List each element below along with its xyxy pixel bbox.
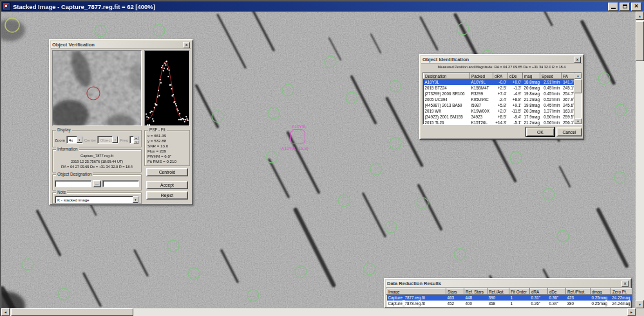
table-cell[interactable]: -2.4' <box>493 97 508 102</box>
table-cell[interactable]: K15T26L <box>470 120 493 125</box>
table-cell[interactable]: K05U94C <box>470 97 493 102</box>
chevron-down-icon[interactable]: ▼ <box>112 136 118 143</box>
scroll-up-icon[interactable]: ▲ <box>636 12 644 20</box>
table-cell[interactable]: 0.45'/min <box>540 91 562 97</box>
object-verification-titlebar[interactable]: Object Verification ✕ <box>51 41 191 49</box>
table-cell[interactable]: 21.2mag <box>523 120 540 125</box>
scrollbar-thumb[interactable] <box>574 79 582 93</box>
table-cell[interactable]: A10Y9L <box>424 79 470 86</box>
center-select[interactable]: Object ▼ <box>97 136 118 144</box>
table-row[interactable]: (34923) 2001 SM15534923+8.5'-9.4'17.9mag… <box>424 114 576 120</box>
table-cell[interactable]: 423 <box>566 295 591 301</box>
table-cell[interactable]: 24.24mag <box>611 301 632 306</box>
table-header-row[interactable]: Designation Packed dRA dDe mag Speed PA <box>424 73 576 79</box>
designation-field-1[interactable] <box>55 180 91 187</box>
table-cell[interactable]: Capture_7878.reg.fit <box>387 301 446 306</box>
table-row[interactable]: 2015 TL26K15T26L+14.3'-5.1'21.2mag0.56'/… <box>424 120 576 125</box>
table-cell[interactable]: 0.50'/min <box>540 114 562 120</box>
close-icon[interactable]: ✕ <box>183 42 190 48</box>
table-row[interactable]: 2015 BT224K15BM4T+2.5'-1.3'20.6mag0.45'/… <box>424 85 576 91</box>
table-row[interactable]: 2019 WXK19W00X+2.0'-11.5'20.3mag1.37'/mi… <box>424 108 576 114</box>
table-cell[interactable]: 20.6mag <box>523 85 540 91</box>
ok-button[interactable]: OK <box>526 127 554 136</box>
table-cell[interactable]: 0.34" <box>548 301 566 306</box>
table-cell[interactable]: -11.5' <box>508 108 523 114</box>
table-cell[interactable]: 380 <box>566 301 591 306</box>
scroll-down-icon[interactable]: ▼ <box>574 118 582 124</box>
table-cell[interactable]: +9.1' <box>508 102 523 108</box>
table-cell[interactable]: -1.3' <box>508 85 523 91</box>
col-speed[interactable]: Speed <box>540 73 562 79</box>
table-cell[interactable]: 18.8mag <box>523 79 540 86</box>
table-cell[interactable]: 1.37'/min <box>540 108 562 114</box>
table-cell[interactable]: 448 <box>464 295 488 301</box>
table-cell[interactable]: +8.8' <box>508 97 523 102</box>
col-image[interactable]: Image <box>387 289 446 295</box>
table-cell[interactable]: i5987 <box>470 102 493 108</box>
table-cell[interactable]: Capture_7877.reg.fit <box>387 295 446 301</box>
col-dra[interactable]: dRA <box>530 289 548 295</box>
table-cell[interactable]: -9.4' <box>508 114 523 120</box>
col-packed[interactable]: Packed <box>470 73 493 79</box>
col-mag[interactable]: mag <box>523 73 540 79</box>
table-cell[interactable]: 0.45'/min <box>540 85 562 91</box>
table-cell[interactable]: +5.8' <box>493 102 508 108</box>
horizontal-scrollbar[interactable]: ◄ ► <box>1 308 636 316</box>
table-cell[interactable]: R3299 <box>470 91 493 97</box>
table-cell[interactable]: 0.26" <box>530 301 548 306</box>
table-cell[interactable]: 24.22mag <box>611 295 632 301</box>
scroll-left-icon[interactable]: ◄ <box>1 308 10 316</box>
table-cell[interactable]: A10Y9L <box>470 79 493 86</box>
vertical-scrollbar[interactable]: ▲ ▼ <box>636 12 644 308</box>
cancel-button[interactable]: Cancel <box>556 127 582 136</box>
scroll-up-icon[interactable]: ▲ <box>574 73 582 79</box>
horizontal-scrollbar-thumb[interactable] <box>11 308 133 316</box>
col-dra[interactable]: dRA <box>493 73 508 79</box>
spin-down-icon[interactable]: ▼ <box>133 140 138 144</box>
table-cell[interactable]: 0.52'/min <box>540 97 562 102</box>
table-cell[interactable]: K19W00X <box>470 108 493 114</box>
table-cell[interactable]: +0.0' <box>508 79 523 86</box>
table-cell[interactable]: 20.3mag <box>523 108 540 114</box>
table-scrollbar[interactable]: ▲ ▼ <box>574 73 582 124</box>
table-cell[interactable]: 1 <box>509 295 530 301</box>
table-cell[interactable]: 34923 <box>470 114 493 120</box>
table-cell[interactable]: (34923) 2001 SM155 <box>424 114 470 120</box>
col-ref-stars[interactable]: Ref. Stars <box>464 289 488 295</box>
table-cell[interactable]: 368 <box>488 301 509 306</box>
table-row[interactable]: (273299) 2006 SR106R3299+7.4'-4.9'19.8ma… <box>424 91 576 97</box>
table-cell[interactable]: (445987) 2013 BA69 <box>424 102 470 108</box>
designation-field-2[interactable] <box>102 180 139 187</box>
close-icon[interactable]: ✕ <box>574 57 581 63</box>
table-cell[interactable]: 2015 TL26 <box>424 120 470 125</box>
col-dde[interactable]: dDe <box>508 73 523 79</box>
table-cell[interactable]: 17.9mag <box>523 114 540 120</box>
table-cell[interactable]: +2.5' <box>493 85 508 91</box>
table-cell[interactable]: 463 <box>446 295 464 301</box>
scroll-down-icon[interactable]: ▼ <box>636 300 644 308</box>
table-cell[interactable]: 2019 WX <box>424 108 470 114</box>
minimize-button[interactable] <box>608 3 618 11</box>
table-header-row[interactable]: Image Stars Ref. Stars Ref./Ast. Fit Ord… <box>387 289 632 295</box>
table-cell[interactable]: +7.4' <box>493 91 508 97</box>
col-stars[interactable]: Stars <box>446 289 464 295</box>
col-dmag[interactable]: dmag <box>591 289 611 295</box>
col-fit-order[interactable]: Fit Order <box>509 289 530 295</box>
col-ref-ast[interactable]: Ref./Ast. <box>488 289 509 295</box>
table-cell[interactable]: -4.9' <box>508 91 523 97</box>
scroll-right-icon[interactable]: ► <box>627 308 636 316</box>
close-button[interactable]: ✕ <box>631 3 641 11</box>
table-cell[interactable]: 0.56'/min <box>540 120 562 125</box>
col-dde[interactable]: dDe <box>548 289 566 295</box>
table-cell[interactable]: (273299) 2006 SR106 <box>424 91 470 97</box>
table-row[interactable]: (445987) 2013 BA69i5987+5.8'+9.1'19.8mag… <box>424 102 576 108</box>
data-reduction-titlebar[interactable]: Data Reduction Results ✕ <box>386 280 630 288</box>
table-cell[interactable]: 0.25mag <box>591 301 611 306</box>
table-cell[interactable]: 1 <box>509 301 530 306</box>
table-row[interactable]: 2005 UC394K05U94C-2.4'+8.8'21.2mag0.52'/… <box>424 97 576 102</box>
window-titlebar[interactable]: Stacked Image - Capture_7877.reg.fit = 6… <box>1 1 644 12</box>
object-zoom-view[interactable] <box>52 50 142 126</box>
table-cell[interactable]: +14.3' <box>493 120 508 125</box>
table-cell[interactable]: K15BM4T <box>470 85 493 91</box>
table-cell[interactable]: 19.8mag <box>523 91 540 97</box>
